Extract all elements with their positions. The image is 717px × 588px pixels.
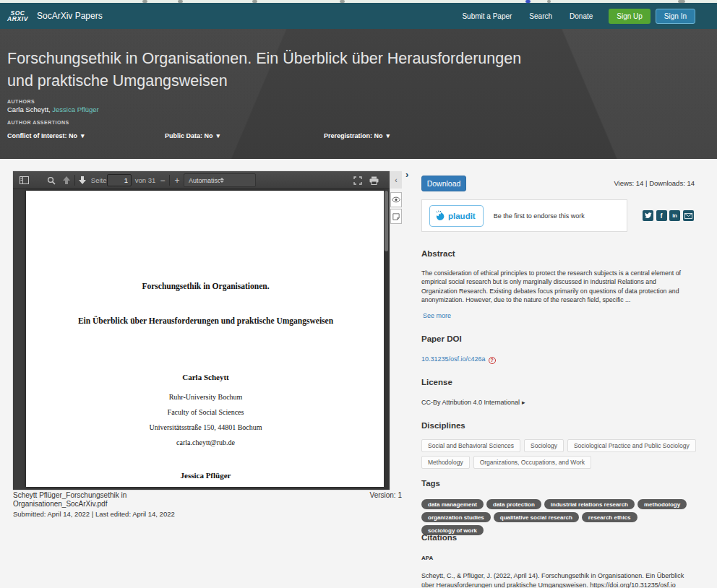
pdf-scrollbar[interactable] (384, 191, 389, 489)
sign-in-button[interactable]: Sign In (656, 9, 695, 24)
assertion-public-data[interactable]: Public Data: No (165, 132, 220, 139)
citations-heading: Citations (421, 533, 457, 542)
toggle-view-button[interactable] (390, 192, 402, 207)
authors-line: Carla Scheytt, Jessica Pflüger (7, 105, 717, 113)
brand-title[interactable]: SocArXiv Papers (37, 11, 103, 21)
license-toggle[interactable]: CC-By Attribution 4.0 International (421, 399, 525, 406)
plaudit-label: plaudit (448, 212, 476, 220)
zoom-out-icon[interactable]: − (158, 171, 168, 189)
tag-pill[interactable]: data management (421, 499, 484, 509)
nav-links: Submit a Paper Search Donate (462, 12, 593, 20)
license-heading: License (421, 378, 452, 386)
author-1: Carla Scheytt, (7, 105, 51, 113)
pdf-page: Forschungsethik in Organisationen. Ein Ü… (26, 191, 385, 487)
file-name: Scheytt Pflüger_Forschungsethik in Organ… (13, 491, 194, 509)
pdf-scrollbar-thumb[interactable] (385, 191, 388, 251)
discipline-pill[interactable]: Organizations, Occupations, and Work (473, 456, 591, 469)
zoom-level-select[interactable]: Automatischer Zoom (184, 173, 256, 187)
discipline-pill[interactable]: Sociology (524, 439, 564, 452)
citation-body: Scheytt, C., & Pflüger, J. (2022, April … (421, 572, 684, 588)
assertion-label: Public Data: No (165, 132, 213, 139)
annotations-button[interactable] (390, 209, 402, 224)
page-number-input[interactable] (107, 174, 132, 186)
page-total-label: von 31 (134, 171, 156, 189)
zoom-in-icon[interactable]: + (172, 171, 182, 189)
paper-doi-heading: Paper DOI (421, 334, 462, 343)
discipline-pill[interactable]: Methodology (421, 456, 470, 469)
toolbar-divider (169, 175, 170, 186)
discipline-pill[interactable]: Sociological Practice and Public Sociolo… (567, 439, 696, 452)
views-downloads-stats: Views: 14 | Downloads: 14 (614, 179, 695, 187)
print-icon[interactable] (367, 171, 380, 189)
abstract-heading: Abstract (421, 249, 455, 258)
socarxiv-logo[interactable]: SOC ARXIV (7, 10, 28, 22)
linkedin-icon[interactable]: in (669, 210, 680, 221)
assertion-label: Preregistration: No (324, 132, 383, 139)
assertion-label: Conflict of Interest: No (7, 132, 77, 139)
doi-flag-icon[interactable]: ? (489, 357, 496, 364)
clapping-hands-icon (435, 210, 446, 221)
tag-pill[interactable]: qualitative social research (494, 512, 579, 522)
page-label: Seite: (91, 171, 108, 189)
citation-text: Scheytt, C., & Pflüger, J. (2022, April … (421, 563, 696, 588)
search-icon[interactable] (45, 171, 58, 189)
license-text: CC-By Attribution 4.0 International (421, 399, 520, 406)
nav-link-donate[interactable]: Donate (570, 12, 593, 20)
chevron-down-icon (81, 132, 85, 139)
pdf-viewer: Seite: von 31 − + Automatischer Zoom F (13, 171, 390, 490)
pdf-author2: Jessica Pflüger (26, 471, 385, 480)
collapse-viewer-button[interactable]: ‹ (390, 171, 402, 189)
pdf-affiliation-1: Ruhr-University Bochum (26, 393, 385, 401)
toolbar-divider (74, 175, 75, 186)
assertion-conflict-of-interest[interactable]: Conflict of Interest: No (7, 132, 85, 139)
author-assertions-label: AUTHOR ASSERTIONS (7, 120, 717, 125)
pdf-author1: Carla Scheytt (26, 373, 385, 381)
tag-pill[interactable]: industrial relations research (544, 499, 635, 509)
twitter-icon[interactable] (643, 210, 653, 221)
chevron-right-icon (520, 399, 525, 406)
email-share-icon[interactable] (683, 210, 694, 221)
tag-pill[interactable]: methodology (637, 499, 687, 509)
download-button[interactable]: Download (421, 176, 466, 191)
previous-page-icon[interactable] (61, 171, 72, 189)
sidebar-toggle-icon[interactable] (17, 171, 30, 189)
chevron-down-icon (217, 132, 220, 139)
abstract-text: The consideration of ethical principles … (421, 269, 696, 304)
logo-line2: ARXIV (7, 16, 28, 22)
nav-link-search[interactable]: Search (529, 12, 552, 20)
pdf-email: carla.cheytt@rub.de (26, 438, 385, 446)
tags-heading: Tags (421, 479, 440, 488)
assertions-row: Conflict of Interest: No Public Data: No… (7, 132, 717, 144)
select-arrows-icon (220, 178, 251, 183)
pdf-toolbar: Seite: von 31 − + Automatischer Zoom (13, 171, 390, 189)
disciplines-list: Social and Behavioral SciencesSociologyS… (421, 439, 703, 472)
plaudit-button[interactable]: plaudit (429, 205, 484, 227)
sign-up-button[interactable]: Sign Up (609, 9, 651, 24)
see-more-link[interactable]: See more (423, 312, 451, 319)
file-version: Version: 1 (332, 491, 402, 499)
chevron-down-icon (387, 132, 390, 139)
nav-link-submit[interactable]: Submit a Paper (462, 12, 512, 20)
tag-pill[interactable]: organization studies (421, 512, 491, 522)
pdf-affiliation-2: Faculty of Social Sciences (26, 408, 385, 416)
file-dates: Submitted: April 14, 2022 | Last edited:… (13, 510, 175, 518)
zoom-level-value: Automatischer Zoom (189, 177, 220, 184)
author-2-link[interactable]: Jessica Pflüger (52, 105, 98, 113)
presentation-mode-icon[interactable] (351, 171, 364, 189)
citation-style-label: APA (421, 555, 433, 561)
discipline-pill[interactable]: Social and Behavioral Sciences (421, 439, 520, 452)
tag-pill[interactable]: data protection (486, 499, 541, 509)
main-content: Seite: von 31 − + Automatischer Zoom F (0, 159, 717, 588)
disciplines-heading: Disciplines (421, 421, 465, 430)
doi-link[interactable]: 10.31235/osf.io/c426a (421, 355, 486, 363)
pdf-title-line2: Ein Überblick über Herausforderungen und… (26, 316, 385, 325)
facebook-icon[interactable]: f (656, 210, 667, 221)
assertion-preregistration[interactable]: Preregistration: No (324, 132, 390, 139)
next-page-icon[interactable] (77, 171, 88, 189)
expand-panel-button[interactable]: › (405, 169, 408, 180)
pdf-title-line1: Forschungsethik in Organisationen. (26, 191, 385, 290)
tag-pill[interactable]: research ethics (582, 512, 637, 522)
socarxiv-paper-page: SOC ARXIV SocArXiv Papers Submit a Paper… (0, 0, 717, 588)
pdf-affiliation-3: Universitätsstraße 150, 44801 Bochum (26, 423, 385, 431)
eye-icon (392, 196, 400, 203)
